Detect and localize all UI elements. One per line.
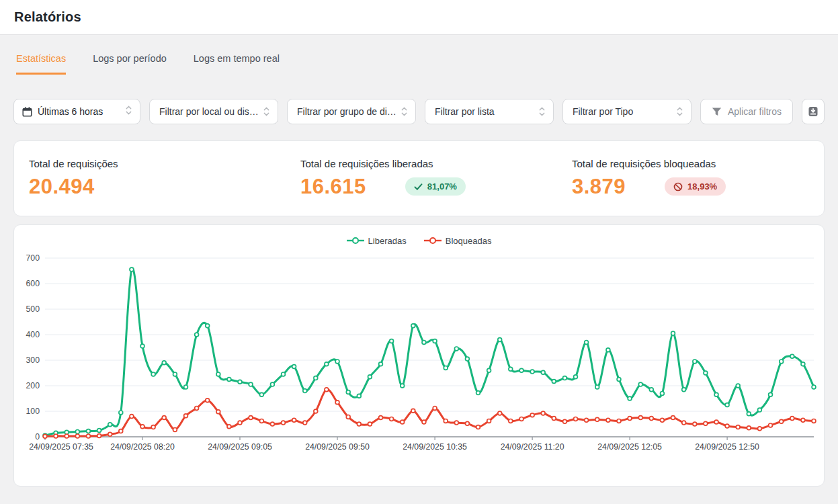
filter-select-placeholder: Filtrar por local ou dis… xyxy=(159,106,258,117)
stat-label: Total de requisições bloqueadas xyxy=(572,158,809,169)
stat-total-de-requisicoes: Total de requisições20.494 xyxy=(29,158,300,197)
svg-text:700: 700 xyxy=(26,253,40,263)
svg-text:24/09/2025 11:20: 24/09/2025 11:20 xyxy=(501,442,564,452)
title-bar: Relatórios xyxy=(0,0,838,35)
updown-chevrons-icon xyxy=(126,105,132,118)
legend-item-bloqueadas[interactable]: Bloqueadas xyxy=(424,236,492,246)
legend-label: Liberadas xyxy=(368,236,407,246)
tab-logs-em-tempo-real[interactable]: Logs em tempo real xyxy=(194,53,280,75)
download-icon xyxy=(808,106,819,117)
svg-text:300: 300 xyxy=(26,355,40,365)
svg-text:24/09/2025 09:05: 24/09/2025 09:05 xyxy=(208,442,272,452)
stat-label: Total de requisições xyxy=(29,158,300,169)
svg-text:500: 500 xyxy=(26,304,40,314)
apply-filters-label: Aplicar filtros xyxy=(728,106,782,117)
updown-chevrons-icon xyxy=(539,106,545,117)
updown-chevrons-icon xyxy=(263,106,269,117)
stat-total-de-requisicoes-bloqueadas: Total de requisições bloqueadas3.87918,9… xyxy=(572,158,809,197)
filter-select-placeholder: Filtrar por lista xyxy=(435,106,534,117)
danger-badge: 18,93% xyxy=(665,177,726,196)
check-icon xyxy=(414,183,423,191)
line-circle-marker-icon xyxy=(347,237,364,244)
tab-bar: EstatísticasLogs por períodoLogs em temp… xyxy=(0,35,838,75)
legend-label: Bloqueadas xyxy=(446,236,492,246)
line-circle-marker-icon xyxy=(424,237,442,244)
filter-select-placeholder: Filtrar por Tipo xyxy=(573,106,671,117)
svg-text:24/09/2025 12:50: 24/09/2025 12:50 xyxy=(695,442,759,452)
badge-percentage: 81,07% xyxy=(427,181,457,192)
apply-filters-button[interactable]: Aplicar filtros xyxy=(700,99,793,124)
filter-select-filtrar-por-tipo[interactable]: Filtrar por Tipo xyxy=(562,99,692,124)
svg-text:24/09/2025 09:50: 24/09/2025 09:50 xyxy=(305,442,370,452)
badge-percentage: 18,93% xyxy=(687,181,717,192)
stat-label: Total de requisições liberadas xyxy=(300,158,572,169)
filter-select-filtrar-por-lista[interactable]: Filtrar por lista xyxy=(425,99,554,124)
svg-text:0: 0 xyxy=(35,432,40,442)
filter-funnel-icon xyxy=(712,108,722,116)
success-badge: 81,07% xyxy=(405,177,466,196)
stat-value: 20.494 xyxy=(29,176,95,197)
tab-logs-por-periodo[interactable]: Logs por período xyxy=(93,53,167,75)
requests-line-chart[interactable]: 010020030040050060070024/09/2025 07:3524… xyxy=(21,247,831,457)
svg-text:24/09/2025 07:35: 24/09/2025 07:35 xyxy=(29,442,93,452)
page-title: Relatórios xyxy=(14,9,81,25)
stats-card: Total de requisições20.494Total de requi… xyxy=(13,140,825,216)
chart-card: LiberadasBloqueadas 01002003004005006007… xyxy=(13,224,825,487)
period-filter-value: Últimas 6 horas xyxy=(38,106,120,117)
svg-text:600: 600 xyxy=(26,279,40,288)
svg-text:24/09/2025 12:05: 24/09/2025 12:05 xyxy=(597,442,662,452)
filter-select-filtrar-por-grupo-de-di[interactable]: Filtrar por grupo de di… xyxy=(287,99,416,124)
svg-text:24/09/2025 08:20: 24/09/2025 08:20 xyxy=(110,442,175,452)
block-icon xyxy=(673,182,683,192)
filter-bar: Últimas 6 horas Filtrar por local ou dis… xyxy=(13,99,825,124)
stat-total-de-requisicoes-liberadas: Total de requisições liberadas16.61581,0… xyxy=(300,158,572,197)
period-filter-select[interactable]: Últimas 6 horas xyxy=(13,99,140,124)
export-button[interactable] xyxy=(802,99,825,124)
svg-text:100: 100 xyxy=(26,407,40,416)
calendar-icon xyxy=(22,107,32,117)
stat-value: 3.879 xyxy=(572,176,626,197)
filter-select-filtrar-por-local-ou-dis[interactable]: Filtrar por local ou dis… xyxy=(149,99,278,124)
chart-legend: LiberadasBloqueadas xyxy=(21,234,817,247)
updown-chevrons-icon xyxy=(677,106,683,117)
svg-text:24/09/2025 10:35: 24/09/2025 10:35 xyxy=(403,442,467,452)
svg-text:400: 400 xyxy=(26,330,40,339)
svg-text:200: 200 xyxy=(26,381,40,390)
legend-item-liberadas[interactable]: Liberadas xyxy=(347,236,407,246)
filter-select-placeholder: Filtrar por grupo de di… xyxy=(297,106,396,117)
updown-chevrons-icon xyxy=(401,106,407,117)
tab-estatisticas[interactable]: Estatísticas xyxy=(16,53,66,75)
stat-value: 16.615 xyxy=(300,176,366,197)
